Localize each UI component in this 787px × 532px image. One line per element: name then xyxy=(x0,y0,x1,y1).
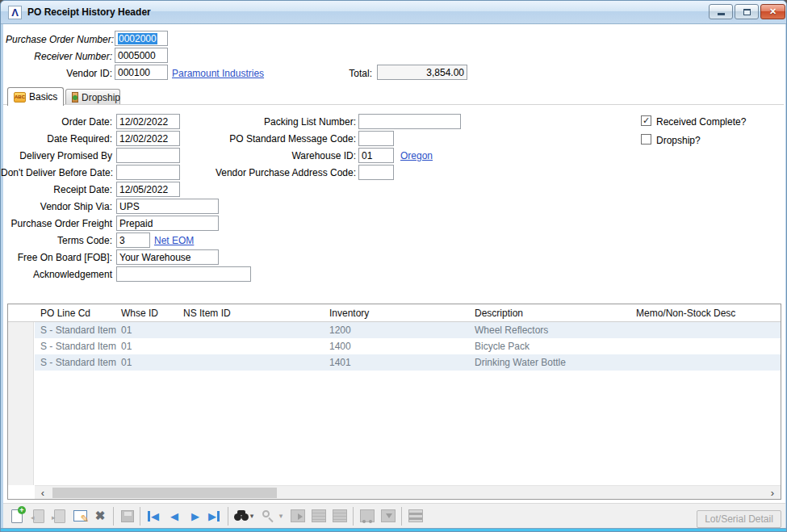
next-record-icon: ▶ xyxy=(191,511,199,522)
receipt-date-field[interactable]: 12/05/2022 xyxy=(116,182,180,197)
arrow-left-icon: ◂ xyxy=(31,514,35,522)
terms-description-link[interactable]: Net EOM xyxy=(154,235,194,246)
vendor-ship-via-field[interactable]: UPS xyxy=(116,199,219,214)
scroll-right-icon[interactable]: › xyxy=(766,486,779,499)
total-value: 3,854.00 xyxy=(426,67,464,78)
last-record-button[interactable]: ▶ xyxy=(204,506,224,526)
zoom-dropdown-button[interactable]: ▾ xyxy=(276,506,286,526)
po-receipt-history-window: Λ PO Receipt History Header ✕ Purchase O… xyxy=(0,0,787,532)
toolbar-separator xyxy=(113,507,114,526)
tab-dropship[interactable]: Dropship xyxy=(65,89,120,105)
cell-inventory: 1200 xyxy=(329,325,351,336)
minimize-button[interactable] xyxy=(709,4,733,19)
zoom-button[interactable] xyxy=(258,506,278,526)
order-date-label: Order Date: xyxy=(1,116,112,128)
table-row[interactable]: S - Standard Item 01 1200 Wheel Reflecto… xyxy=(35,322,781,338)
receipt-lines-grid: PO Line Cd Whse ID NS Item ID Inventory … xyxy=(7,304,781,500)
cell-inventory: 1401 xyxy=(329,357,351,368)
edit-record-button[interactable]: ✎ xyxy=(70,506,90,526)
row-detail-button[interactable] xyxy=(406,506,425,526)
po-number-field[interactable]: 0002000 xyxy=(115,31,168,46)
fob-label: Free On Board [FOB]: xyxy=(1,252,112,263)
tab-basics[interactable]: ABC Basics xyxy=(7,87,64,106)
insert-row-after-button[interactable]: ▸ xyxy=(50,506,69,526)
new-record-button[interactable]: + xyxy=(7,506,27,526)
vendor-purchase-addr-label: Vendor Purchase Address Code: xyxy=(146,167,356,178)
delivery-promised-label: Delivery Promised By xyxy=(1,150,112,161)
received-complete-checkbox[interactable]: ✓ xyxy=(641,115,651,126)
table-row[interactable]: S - Standard Item 01 1400 Bicycle Pack xyxy=(35,338,781,354)
box-down-arrow-icon xyxy=(381,509,396,522)
arrow-right-icon: ▸ xyxy=(52,514,56,522)
table-row[interactable]: S - Standard Item 01 1401 Drinking Water… xyxy=(35,354,781,371)
cell-whse-id: 01 xyxy=(121,357,132,368)
warehouse-name-link[interactable]: Oregon xyxy=(400,150,433,161)
maximize-button[interactable] xyxy=(735,4,759,19)
delete-record-button[interactable]: ✖ xyxy=(90,506,110,526)
col-description[interactable]: Description xyxy=(475,308,523,319)
cell-po-line-cd: S - Standard Item xyxy=(40,325,116,336)
delete-x-icon: ✖ xyxy=(95,509,106,523)
po-freight-field[interactable]: Prepaid xyxy=(116,216,219,231)
maximize-icon xyxy=(743,9,751,15)
col-ns-item-id[interactable]: NS Item ID xyxy=(183,308,231,319)
cell-description: Drinking Water Bottle xyxy=(475,357,566,368)
tab-basics-label: Basics xyxy=(29,91,57,103)
export-grid-button[interactable] xyxy=(379,506,398,526)
terms-code-field[interactable]: 3 xyxy=(116,232,150,248)
title-bar[interactable]: Λ PO Receipt History Header ✕ xyxy=(1,1,787,24)
fit-columns-button[interactable] xyxy=(309,506,329,526)
horizontal-scrollbar[interactable]: ‹ › xyxy=(35,485,781,499)
shipping-button[interactable] xyxy=(358,506,377,526)
dropship-label: Dropship? xyxy=(656,135,701,146)
lot-serial-detail-button[interactable]: Lot/Serial Detail xyxy=(697,510,781,528)
window-bottom-border xyxy=(1,528,787,531)
col-whse-id[interactable]: Whse ID xyxy=(121,308,158,319)
col-po-line-cd[interactable]: PO Line Cd xyxy=(40,308,90,319)
dropship-checkbox[interactable] xyxy=(641,134,651,145)
po-freight-value: Prepaid xyxy=(119,218,153,229)
drill-down-button[interactable] xyxy=(288,506,308,526)
close-button[interactable]: ✕ xyxy=(760,4,785,19)
col-memo[interactable]: Memo/Non-Stock Desc xyxy=(636,308,735,319)
previous-record-button[interactable]: ◀ xyxy=(165,506,184,526)
next-record-button[interactable]: ▶ xyxy=(186,506,205,526)
plus-badge-icon: + xyxy=(18,506,26,514)
tab-content-divider xyxy=(3,104,784,105)
calculator-button[interactable] xyxy=(330,506,350,526)
cell-po-line-cd: S - Standard Item xyxy=(40,341,116,352)
warehouse-id-field[interactable]: 01 xyxy=(358,148,394,163)
abc-icon: ABC xyxy=(14,92,26,103)
vendor-id-field[interactable]: 000100 xyxy=(115,65,168,80)
last-record-icon: ▶ xyxy=(208,511,220,522)
packing-list-field[interactable] xyxy=(358,114,461,129)
chevron-down-icon: ▾ xyxy=(250,512,254,520)
cell-inventory: 1400 xyxy=(329,341,351,352)
vendor-id-value: 000100 xyxy=(118,67,150,78)
toolbar-separator xyxy=(140,507,140,526)
cell-description: Wheel Reflectors xyxy=(475,325,548,336)
total-label: Total: xyxy=(308,68,372,79)
vendor-name-link[interactable]: Paramount Industries xyxy=(172,68,264,79)
scrollbar-thumb[interactable] xyxy=(52,488,277,498)
new-page-icon: + xyxy=(11,509,23,523)
edit-form-icon: ✎ xyxy=(73,510,87,522)
row-selector-gutter[interactable] xyxy=(8,304,34,485)
grid-header-row: PO Line Cd Whse ID NS Item ID Inventory … xyxy=(8,304,781,322)
col-inventory[interactable]: Inventory xyxy=(329,308,369,319)
calculator-grid-icon xyxy=(333,509,347,522)
receiver-number-field[interactable]: 0005000 xyxy=(115,48,168,63)
search-dropdown-button[interactable]: ▾ xyxy=(247,506,257,526)
vendor-purchase-addr-field[interactable] xyxy=(358,165,394,180)
save-button[interactable] xyxy=(118,506,137,526)
first-record-button[interactable]: ◀ xyxy=(144,506,163,526)
po-number-label: Purchase Order Number: xyxy=(6,34,112,45)
fob-field[interactable]: Your Warehouse xyxy=(116,249,219,265)
po-std-message-field[interactable] xyxy=(358,131,394,146)
resize-arrows-icon xyxy=(312,509,326,522)
cell-description: Bicycle Pack xyxy=(475,341,530,352)
insert-row-before-button[interactable]: ◂ xyxy=(29,506,48,526)
scroll-left-icon[interactable]: ‹ xyxy=(36,486,49,499)
cell-po-line-cd: S - Standard Item xyxy=(40,357,116,368)
acknowledgement-field[interactable] xyxy=(116,266,251,282)
